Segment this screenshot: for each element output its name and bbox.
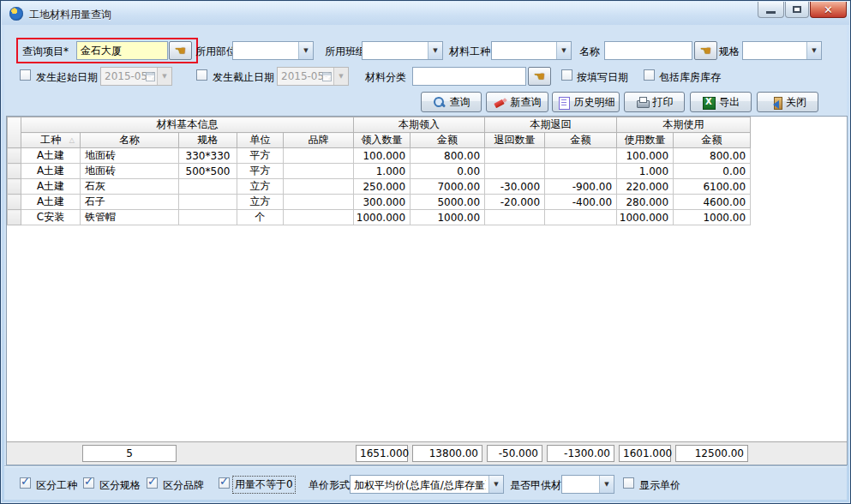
cell: -400.00 (545, 195, 617, 210)
project-label: 查询项目* (22, 45, 69, 59)
start-date-checkbox[interactable] (20, 69, 31, 81)
team-label: 所用班组 (325, 45, 366, 59)
chevron-down-icon[interactable]: ▼ (599, 476, 614, 493)
split-brand-checkbox[interactable]: ✓ (147, 477, 158, 489)
cell: 280.000 (617, 195, 674, 210)
group-basic-info[interactable]: 材料基本信息 (21, 117, 354, 133)
cell: 4600.00 (674, 195, 751, 210)
cell: 石灰 (81, 179, 179, 195)
row-selector[interactable] (8, 179, 21, 195)
part-select[interactable]: ▼ (232, 41, 314, 60)
calendar-icon (322, 72, 332, 81)
cell: 300.000 (354, 195, 411, 210)
grid-body: A土建地面砖330*330平方100.000800.00100.000800.0… (8, 148, 751, 225)
col-received-amount[interactable]: 金额 (411, 133, 485, 148)
end-date-checkbox[interactable] (196, 69, 207, 81)
start-date-picker[interactable]: 2015-05-27 ▼ (100, 67, 172, 86)
col-returned-qty[interactable]: 退回数量 (485, 133, 545, 148)
table-row[interactable]: A土建石子立方300.0005000.00-20.000-400.00280.0… (8, 195, 751, 210)
table-row[interactable]: A土建石灰立方250.0007000.00-30.000-900.00220.0… (8, 179, 751, 195)
new-search-button[interactable]: 新查询 (486, 92, 548, 112)
row-selector[interactable] (8, 210, 21, 225)
col-name[interactable]: 名称 (81, 133, 179, 148)
col-returned-amount[interactable]: 金额 (545, 133, 617, 148)
group-returned[interactable]: 本期退回 (485, 117, 617, 133)
nonzero-usage-checkbox[interactable]: ✓ (219, 477, 230, 489)
cell: 立方 (237, 179, 284, 195)
row-selector[interactable] (8, 164, 21, 179)
col-used-amount[interactable]: 金额 (674, 133, 751, 148)
col-brand[interactable]: 品牌 (284, 133, 354, 148)
col-unit[interactable]: 单位 (237, 133, 284, 148)
cell: 250.000 (354, 179, 411, 195)
chevron-down-icon[interactable]: ▼ (157, 68, 171, 85)
table-row[interactable]: A土建地面砖330*330平方100.000800.00100.000800.0… (8, 148, 751, 164)
spec-select[interactable]: ▼ (742, 41, 822, 60)
chevron-down-icon[interactable]: ▼ (333, 68, 348, 85)
team-select[interactable]: ▼ (362, 41, 443, 60)
end-date-picker[interactable]: 2015-05-27 ▼ (277, 67, 349, 86)
minimize-button[interactable] (758, 2, 784, 18)
project-picker-button[interactable]: ☚ (169, 41, 192, 60)
selector-header (8, 117, 21, 148)
row-selector[interactable] (8, 195, 21, 210)
maximize-icon (793, 6, 801, 13)
table-row[interactable]: A土建地面砖500*500平方1.0000.001.0000.00 (8, 164, 751, 179)
cell: 铁管帽 (81, 210, 179, 225)
close-button[interactable]: ✕ (810, 2, 847, 18)
cell (485, 164, 545, 179)
cell: 地面砖 (81, 164, 179, 179)
material-trade-select[interactable]: ▼ (491, 41, 572, 60)
chevron-down-icon[interactable]: ▼ (806, 42, 821, 59)
cell: 1000.00 (674, 210, 751, 225)
cell: 1000.000 (617, 210, 674, 225)
price-mode-select[interactable]: 加权平均价(总库值/总库存量) ▼ (350, 475, 504, 494)
row-selector[interactable] (8, 148, 21, 164)
close-window-button[interactable]: 关闭 (757, 92, 818, 112)
title-bar[interactable]: 工地材料用量查询 (2, 2, 849, 25)
chevron-down-icon[interactable]: ▼ (428, 42, 442, 59)
cell: 平方 (237, 164, 284, 179)
category-picker-button[interactable]: ☚ (528, 67, 551, 86)
print-button[interactable]: 打印 (624, 92, 685, 112)
show-unit-price-label: 显示单价 (639, 478, 680, 493)
materials-grid: 材料基本信息 本期领入 本期退回 本期使用 工种△ 名称 规格 单位 品牌 领入… (6, 116, 848, 465)
split-brand-label: 区分品牌 (163, 478, 204, 493)
cell: 个 (237, 210, 284, 225)
summary-returned-qty: -50.000 (487, 445, 542, 462)
col-received-qty[interactable]: 领入数量 (354, 133, 411, 148)
history-list-icon (557, 96, 570, 109)
col-spec[interactable]: 规格 (179, 133, 237, 148)
cell: 100.000 (354, 148, 411, 164)
owner-supplied-select[interactable]: ▼ (561, 475, 614, 494)
history-detail-button[interactable]: 历史明细 (552, 92, 620, 112)
export-button[interactable]: 导出 (690, 92, 752, 112)
hand-picker-icon: ☚ (175, 43, 186, 58)
include-warehouse-checkbox[interactable] (644, 69, 655, 81)
chevron-down-icon[interactable]: ▼ (556, 42, 571, 59)
cell: 800.00 (411, 148, 485, 164)
by-fill-date-checkbox[interactable] (561, 69, 572, 81)
minimize-icon (766, 11, 776, 14)
chevron-down-icon[interactable]: ▼ (488, 476, 503, 493)
maximize-button[interactable] (785, 2, 809, 18)
part-label: 所用部位 (195, 45, 237, 59)
cell (284, 195, 354, 210)
group-used[interactable]: 本期使用 (617, 117, 751, 133)
group-received[interactable]: 本期领入 (354, 117, 485, 133)
chevron-down-icon[interactable]: ▼ (298, 42, 313, 59)
search-button[interactable]: 查询 (421, 92, 482, 112)
project-input[interactable]: 金石大厦 (76, 41, 168, 60)
col-trade[interactable]: 工种△ (21, 133, 81, 148)
name-input[interactable] (604, 41, 692, 60)
window-title: 工地材料用量查询 (29, 8, 111, 22)
table-row[interactable]: C安装铁管帽个1000.0001000.001000.0001000.00 (8, 210, 751, 225)
category-input[interactable] (412, 67, 526, 86)
name-picker-button[interactable]: ☚ (694, 41, 717, 60)
split-trade-checkbox[interactable]: ✓ (20, 477, 31, 489)
category-label: 材料分类 (365, 70, 406, 85)
split-spec-checkbox[interactable]: ✓ (83, 477, 94, 489)
col-used-qty[interactable]: 使用数量 (617, 133, 674, 148)
summary-used-amount: 12500.00 (675, 445, 748, 462)
show-unit-price-checkbox[interactable] (623, 477, 634, 489)
